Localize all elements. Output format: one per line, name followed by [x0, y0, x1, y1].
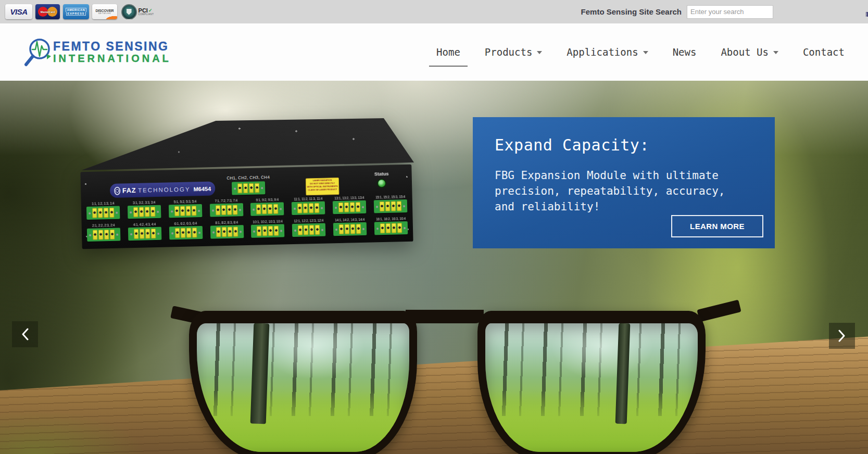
connector-row-1: 1:1, 1:2, 1:3, 1:43:1, 3:2, 3:3, 3:45:1,…	[86, 195, 408, 220]
fiber-connector-group: 10:1, 10:2, 10:3, 10:4	[251, 219, 285, 237]
hero-slider: FAZ TECHNOLOGY M6454 CH1, CH2, CH3, CH4 …	[0, 81, 868, 454]
fiber-connector-block	[292, 201, 325, 215]
glasses-image	[185, 305, 711, 454]
amex-label-line1: AMERICAN	[66, 8, 86, 11]
carousel-next-button[interactable]	[829, 323, 855, 349]
payment-icons: VISA MasterCard AMERICAN EXPRESS DISCOVE…	[5, 4, 155, 19]
fiber-connector-block	[374, 221, 408, 235]
laser-warning-sticker: LASER RADIATIONDO NOT VIEW DIRECTLYWITH …	[306, 178, 339, 195]
fiber-connector-group: 14:1, 14:2, 14:3, 14:4	[333, 218, 367, 236]
glasses-lens-left	[189, 311, 417, 454]
fiber-connector-group: 16:1, 16:2, 16:3, 16:4	[374, 217, 408, 235]
connector-label: 15:1, 15:2, 15:3, 15:4	[375, 195, 405, 199]
channel-connector-group: CH1, CH2, CH3, CH4	[212, 174, 285, 195]
glasses-bridge	[406, 310, 484, 323]
connector-label: 6:1, 6:2, 6:3, 6:4	[174, 221, 197, 225]
fiber-connector-block	[209, 203, 243, 217]
faz-logo-icon	[114, 186, 120, 195]
connector-label: 14:1, 14:2, 14:3, 14:4	[335, 218, 364, 222]
top-utility-bar: VISA MasterCard AMERICAN EXPRESS DISCOVE…	[0, 0, 868, 23]
chevron-left-icon	[21, 328, 29, 340]
fiber-connector-block	[333, 200, 367, 214]
fiber-connector-block	[169, 226, 203, 239]
logo-line2: INTERNATIONAL	[53, 53, 171, 64]
magnifier-waveform-icon	[20, 33, 56, 71]
logo-line1: FEMTO SENSING	[53, 41, 171, 53]
nav-label: Contact	[803, 46, 845, 58]
fiber-connector-block	[374, 199, 408, 213]
tree-trunk	[615, 323, 631, 424]
status-indicator: Status	[366, 171, 398, 188]
fiber-connector-group: 13:1, 13:2, 13:3, 13:4	[333, 196, 367, 214]
chevron-down-icon	[537, 51, 542, 54]
femto-sensing-homepage: VISA MasterCard AMERICAN EXPRESS DISCOVE…	[0, 0, 868, 454]
check-icon: ✓	[148, 8, 153, 13]
carousel-prev-button[interactable]	[12, 321, 38, 347]
connector-label: 8:1, 8:2, 8:3, 8:4	[215, 220, 238, 224]
fiber-connector-group: 7:1, 7:2, 7:3, 7:4	[209, 198, 243, 217]
pci-shield-icon	[121, 4, 137, 19]
fiber-connector-block	[86, 206, 120, 220]
connector-label: 9:1, 9:2, 9:3, 9:4	[256, 198, 279, 202]
nav-label: News	[673, 46, 697, 58]
fiber-connector-group: 15:1, 15:2, 15:3, 15:4	[373, 195, 407, 213]
chevron-down-icon	[773, 51, 778, 54]
connector-label: 5:1, 5:2, 5:3, 5:4	[174, 199, 197, 204]
pci-sublabel: COMPLIANT	[139, 14, 154, 16]
fiber-connector-group: 1:1, 1:2, 1:3, 1:4	[86, 201, 120, 220]
fiber-connector-group: 5:1, 5:2, 5:3, 5:4	[168, 199, 202, 218]
learn-more-button[interactable]: LEARN MORE	[671, 215, 763, 237]
nav-label: Applications	[567, 46, 638, 58]
connector-label: 7:1, 7:2, 7:3, 7:4	[215, 198, 237, 203]
connector-label: 1:1, 1:2, 1:3, 1:4	[92, 201, 115, 206]
fiber-connector-group: 2:1, 2:2, 2:3, 2:4	[87, 223, 121, 242]
fiber-connector-block	[128, 205, 161, 219]
nav-item-contact[interactable]: Contact	[803, 46, 845, 58]
nav-label: About Us	[721, 46, 769, 58]
warning-line: CLASS 1M LASER PRODUCT	[306, 188, 338, 192]
pci-compliant-badge: PCI ✓ COMPLIANT	[120, 4, 155, 19]
brand-rest: TECHNOLOGY	[138, 186, 191, 193]
connector-label: 10:1, 10:2, 10:3, 10:4	[253, 219, 282, 223]
visa-card-icon: VISA	[5, 4, 32, 19]
model-number: M6454	[193, 185, 211, 192]
connector-label: 2:1, 2:2, 2:3, 2:4	[92, 223, 115, 228]
amex-card-icon: AMERICAN EXPRESS	[63, 4, 89, 19]
fiber-connector-block	[251, 224, 285, 237]
connector-label: 3:1, 3:2, 3:3, 3:4	[133, 200, 156, 205]
channels-label: CH1, CH2, CH3, CH4	[227, 175, 270, 181]
search-label: Femto Sensing Site Search	[581, 7, 682, 16]
nav-item-applications[interactable]: Applications	[567, 46, 648, 58]
discover-card-icon: DISCOVER NETWORK	[92, 4, 117, 19]
brand-bold: FAZ	[122, 186, 136, 195]
mastercard-icon: MasterCard	[35, 4, 60, 19]
fiber-connector-block	[210, 225, 244, 238]
nav-label: Products	[485, 46, 533, 58]
nav-item-products[interactable]: Products	[485, 46, 543, 58]
connector-label: 11:1, 11:2, 11:3, 11:4	[294, 197, 322, 201]
fiber-connector-block	[250, 202, 284, 216]
site-search-area: Femto Sensing Site Search	[581, 5, 868, 19]
product-image-m6454: FAZ TECHNOLOGY M6454 CH1, CH2, CH3, CH4 …	[78, 118, 414, 248]
connector-row-2: 2:1, 2:2, 2:3, 2:44:1, 4:2, 4:3, 4:46:1,…	[87, 217, 408, 242]
faz-technology-badge: FAZ TECHNOLOGY M6454	[110, 181, 216, 198]
tree-trunk	[250, 323, 270, 424]
fiber-connector-block	[169, 204, 203, 218]
promo-panel: Expand Capacity: FBG Expansion Module wi…	[473, 117, 775, 248]
logo[interactable]: FEMTO SENSING INTERNATIONAL	[20, 33, 171, 71]
nav-item-home[interactable]: Home	[436, 46, 460, 58]
fiber-connector-group: 9:1, 9:2, 9:3, 9:4	[250, 197, 284, 216]
discover-sublabel: NETWORK	[98, 12, 111, 15]
nav-item-news[interactable]: News	[673, 46, 697, 58]
mastercard-label: MasterCard	[41, 10, 55, 14]
status-label: Status	[374, 171, 389, 177]
fiber-connector-block	[232, 181, 266, 195]
fiber-connector-group: 4:1, 4:2, 4:3, 4:4	[128, 222, 161, 241]
connector-label: 12:1, 12:2, 12:3, 12:4	[294, 219, 323, 223]
nav-label: Home	[436, 46, 460, 58]
fiber-connector-group: 11:1, 11:2, 11:3, 11:4	[292, 197, 325, 215]
nav-item-about-us[interactable]: About Us	[721, 46, 778, 58]
amex-label-line2: EXPRESS	[66, 12, 86, 16]
connector-label: 16:1, 16:2, 16:3, 16:4	[376, 217, 406, 221]
search-input[interactable]	[687, 5, 773, 19]
